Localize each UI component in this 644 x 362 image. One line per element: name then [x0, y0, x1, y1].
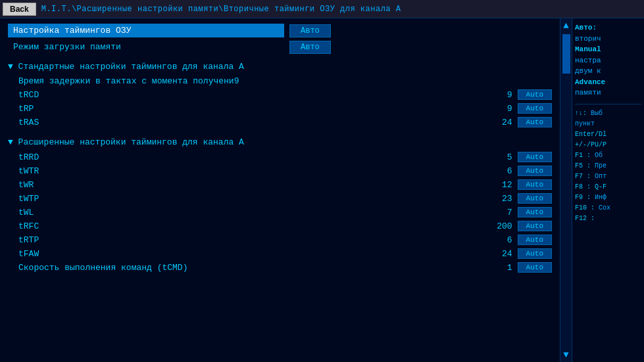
tcmd-label: Скорость выполнения команд (tCMD)	[8, 263, 232, 273]
trfc-auto-btn[interactable]: Auto	[518, 221, 552, 231]
content-area: Настройка таймингов ОЗУ Авто Режим загру…	[0, 18, 560, 362]
shortcut-f8: F8 : Q-F	[575, 182, 641, 192]
advanced-section-title: ▼ Расширенные настройки таймингов для ка…	[8, 137, 244, 147]
trrd-value: 5	[473, 152, 512, 162]
tras-auto-btn[interactable]: Auto	[518, 117, 552, 127]
trfc-label: tRFC	[8, 221, 153, 231]
trcd-row: tRCD 9 Auto	[8, 89, 552, 101]
twl-value: 7	[473, 208, 512, 217]
trtp-label: tRTP	[8, 235, 153, 245]
sidebar-text-line5: двум к	[575, 66, 641, 77]
back-button[interactable]: Back	[3, 3, 36, 16]
tcmd-value: 1	[473, 263, 512, 273]
ram-timing-row: Настройка таймингов ОЗУ Авто	[8, 24, 552, 37]
standard-section-title: ▼ Стандартные настройки таймингов для ка…	[8, 62, 244, 72]
sidebar-text-auto: Авто:	[575, 22, 641, 34]
trfc-value: 200	[473, 221, 512, 231]
trtp-row: tRTP 6 Auto	[8, 234, 552, 246]
memory-mode-label: Режим загрузки памяти	[8, 40, 284, 54]
ram-timing-auto-btn[interactable]: Авто	[289, 24, 331, 37]
shortcut-f1: F1 : Об	[575, 150, 641, 161]
breadcrumb: M.I.T.\Расширенные настройки памяти\Втор…	[41, 5, 401, 14]
sidebar-text-line2: вторич	[575, 34, 641, 45]
standard-section-header: ▼ Стандартные настройки таймингов для ка…	[8, 62, 552, 72]
trcd-label: tRCD	[8, 90, 153, 100]
sidebar-text-advanced: Advance	[575, 77, 641, 88]
trrd-auto-btn[interactable]: Auto	[518, 152, 552, 162]
standard-sub-label-row: Время задержки в тактах с момента получе…	[8, 76, 552, 87]
twr-value: 12	[473, 180, 512, 190]
trp-auto-btn[interactable]: Auto	[518, 103, 552, 114]
shortcut-f9: F9 : Инф	[575, 192, 641, 203]
memory-mode-row: Режим загрузки памяти Авто	[8, 40, 552, 54]
sidebar-divider-1	[575, 104, 641, 104]
tfaw-row: tFAW 24 Auto	[8, 248, 552, 260]
trtp-auto-btn[interactable]: Auto	[518, 235, 552, 245]
tcmd-auto-btn[interactable]: Auto	[518, 262, 552, 273]
trp-row: tRP 9 Auto	[8, 102, 552, 114]
sidebar-text-line7: памяти	[575, 87, 641, 99]
sidebar-text-manual: Manual	[575, 44, 641, 55]
shortcut-nav2: пункт	[575, 119, 641, 129]
twtp-label: tWTP	[8, 194, 153, 204]
shortcut-nav: ↑↓: Выб	[575, 108, 641, 119]
twtp-row: tWTP 23 Auto	[8, 192, 552, 204]
twr-label: tWR	[8, 180, 153, 190]
trrd-row: tRRD 5 Auto	[8, 151, 552, 163]
twtr-row: tWTR 6 Auto	[8, 165, 552, 177]
tfaw-auto-btn[interactable]: Auto	[518, 248, 552, 259]
shortcut-f10: F10 : Сох	[575, 203, 641, 214]
trcd-value: 9	[473, 90, 512, 100]
tfaw-value: 24	[473, 249, 512, 259]
shortcut-f5: F5 : Пре	[575, 161, 641, 171]
sidebar-info: Авто: вторич Manual настра двум к Advanc…	[575, 22, 641, 99]
twtp-value: 23	[473, 194, 512, 204]
trp-value: 9	[473, 104, 512, 114]
right-sidebar: Авто: вторич Manual настра двум к Advanc…	[572, 18, 644, 362]
shortcut-enter: Enter/Dl	[575, 129, 641, 140]
sidebar-text-line4: настра	[575, 55, 641, 66]
sidebar-shortcuts: ↑↓: Выб пункт Enter/Dl +/-/PU/P F1 : Об …	[575, 108, 641, 224]
scrollbar[interactable]: ▲ ▼	[560, 18, 572, 362]
scroll-track[interactable]	[562, 34, 571, 346]
twtr-label: tWTR	[8, 166, 153, 176]
trfc-row: tRFC 200 Auto	[8, 220, 552, 232]
twr-row: tWR 12 Auto	[8, 179, 552, 191]
twr-auto-btn[interactable]: Auto	[518, 179, 552, 190]
shortcut-f12: F12 :	[575, 214, 641, 224]
trtp-value: 6	[473, 235, 512, 245]
memory-mode-auto-btn[interactable]: Авто	[289, 41, 331, 54]
shortcut-f7: F7 : Опт	[575, 171, 641, 182]
tras-value: 24	[473, 118, 512, 127]
twl-auto-btn[interactable]: Auto	[518, 207, 552, 217]
scroll-up-arrow[interactable]: ▲	[560, 18, 572, 33]
scroll-down-arrow[interactable]: ▼	[560, 348, 572, 362]
twtr-value: 6	[473, 166, 512, 176]
tcmd-row: Скорость выполнения команд (tCMD) 1 Auto	[8, 261, 552, 273]
tfaw-label: tFAW	[8, 249, 153, 259]
tras-label: tRAS	[8, 118, 153, 127]
trrd-label: tRRD	[8, 152, 153, 162]
trp-label: tRP	[8, 104, 153, 114]
main-container: Настройка таймингов ОЗУ Авто Режим загру…	[0, 18, 644, 362]
scroll-thumb	[562, 34, 570, 74]
tras-row: tRAS 24 Auto	[8, 116, 552, 128]
twl-row: tWL 7 Auto	[8, 206, 552, 218]
trcd-auto-btn[interactable]: Auto	[518, 89, 552, 100]
twtr-auto-btn[interactable]: Auto	[518, 166, 552, 176]
shortcut-plusminus: +/-/PU/P	[575, 140, 641, 150]
ram-timing-label: Настройка таймингов ОЗУ	[8, 24, 284, 37]
top-settings: Настройка таймингов ОЗУ Авто Режим загру…	[8, 24, 552, 54]
standard-sub-label: Время задержки в тактах с момента получе…	[8, 76, 271, 86]
header-bar: Back M.I.T.\Расширенные настройки памяти…	[0, 0, 644, 18]
advanced-section-header: ▼ Расширенные настройки таймингов для ка…	[8, 137, 552, 147]
twl-label: tWL	[8, 208, 153, 217]
twtp-auto-btn[interactable]: Auto	[518, 193, 552, 204]
